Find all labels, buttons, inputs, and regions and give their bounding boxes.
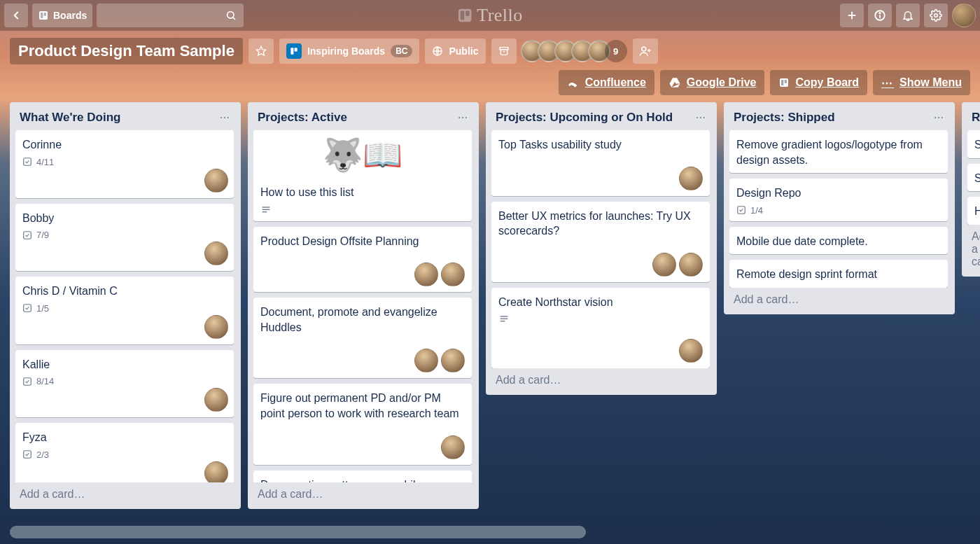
card-member-avatar[interactable] [204,242,228,265]
card-member-avatar[interactable] [679,167,703,190]
card-title: How to use this list [260,185,465,200]
card[interactable]: Documenting patterns on mobile [253,470,472,482]
card[interactable]: Corinne4/11 [15,130,234,198]
list-menu-button[interactable]: ⋯ [696,112,707,123]
horizontal-scrollbar-thumb[interactable] [10,526,586,538]
app-logo[interactable]: Trello [457,5,523,26]
notifications-button[interactable] [896,4,920,27]
powerup-google-drive[interactable]: Google Drive [660,70,765,95]
powerup-confluence[interactable]: Confluence [559,70,654,95]
invite-button[interactable] [633,39,658,64]
card-member-avatar[interactable] [652,253,676,277]
card[interactable]: Top Tasks usability study [491,130,710,196]
card-member-avatar[interactable] [441,263,465,286]
card[interactable]: Fyza2/3 [15,423,234,482]
user-avatar[interactable] [952,4,976,27]
globe-icon [432,46,443,57]
add-card-button[interactable]: Add a card… [491,368,711,389]
star-button[interactable] [248,39,274,64]
card[interactable]: Chris D / Vitamin C1/5 [15,277,234,344]
card-member-avatar[interactable] [204,461,228,482]
card[interactable]: S [967,164,980,192]
list-menu-button[interactable]: ⋯ [934,112,945,123]
checklist-count: 1/5 [36,303,49,314]
team-chip[interactable]: Inspiring Boards BC [279,39,420,64]
app-logo-text: Trello [477,5,523,26]
svg-point-20 [641,47,645,51]
card-badges: 8/14 [22,376,227,386]
show-menu-button[interactable]: ⋯ Show Menu [873,70,970,95]
card-members [260,349,465,372]
add-card-button[interactable]: Add a card… [967,225,980,271]
card[interactable]: Mobile due date complete. [729,227,948,255]
boards-button[interactable]: Boards [32,4,92,27]
description-icon [498,314,510,325]
svg-rect-28 [785,80,787,83]
card[interactable]: Create Northstar vision [491,288,710,369]
card-member-avatar[interactable] [204,315,228,339]
create-button[interactable] [840,4,864,27]
info-button[interactable] [868,4,892,27]
card-badges: 1/5 [22,303,227,314]
visibility-chip[interactable]: Public [425,39,485,64]
card-member-avatar[interactable] [441,435,465,459]
settings-button[interactable] [924,4,948,27]
search-input[interactable] [97,4,244,27]
show-menu-label: Show Menu [899,76,962,89]
card-member-avatar[interactable] [441,349,465,372]
list-menu-button[interactable]: ⋯ [458,112,469,123]
card-title: Chris D / Vitamin C [22,284,227,299]
info-icon [874,9,886,22]
card-members [498,339,703,363]
list-title[interactable]: Projects: Active [258,111,347,125]
card[interactable]: Remote design sprint format [729,260,948,288]
card[interactable]: Product Design Offsite Planning [253,227,472,293]
back-button[interactable] [4,4,28,27]
card[interactable]: Design Repo1/4 [729,179,948,221]
arrow-left-icon [10,9,22,22]
card-member-avatar[interactable] [414,263,438,286]
card-title: Remove gradient logos/logotype from desi… [736,137,941,167]
card-member-avatar[interactable] [204,169,228,193]
add-card-button[interactable]: Add a card… [15,482,235,503]
card[interactable]: 🐺📖How to use this list [253,130,472,221]
list-title[interactable]: What We're Doing [20,111,120,125]
card-members [260,435,465,459]
card[interactable]: H [967,197,980,225]
card-badges: 7/9 [22,230,227,240]
card[interactable]: Kallie8/14 [15,350,234,418]
list-menu-button[interactable]: ⋯ [220,112,231,123]
list-title[interactable]: R [972,111,980,125]
card[interactable]: S [967,130,980,158]
svg-rect-16 [294,48,297,51]
card-title: Better UX metrics for launches: Try UX s… [498,209,703,239]
board-members[interactable]: 9 [522,40,627,62]
card-member-avatar[interactable] [679,339,703,363]
list-header: Projects: Active⋯ [253,108,473,130]
member-overflow-count[interactable]: 9 [605,40,627,62]
horizontal-scrollbar[interactable] [10,526,970,538]
card-member-avatar[interactable] [414,349,438,372]
svg-point-3 [227,12,234,18]
copy-board-button[interactable]: Copy Board [770,70,867,95]
card[interactable]: Document, promote and evangelize Huddles [253,298,472,378]
board-canvas[interactable]: What We're Doing⋯Corinne4/11Bobby7/9Chri… [0,98,980,544]
add-card-button[interactable]: Add a card… [253,482,473,503]
list: Projects: Active⋯🐺📖How to use this listP… [248,102,479,509]
archive-button[interactable] [491,39,517,64]
card-title: S [974,137,976,153]
card-member-avatar[interactable] [204,388,228,412]
card-member-avatar[interactable] [679,253,703,277]
list-title[interactable]: Projects: Upcoming or On Hold [496,111,673,125]
list: What We're Doing⋯Corinne4/11Bobby7/9Chri… [10,102,241,509]
copy-board-label: Copy Board [795,76,859,89]
add-card-button[interactable]: Add a card… [729,288,949,309]
card[interactable]: Remove gradient logos/logotype from desi… [729,130,948,173]
card[interactable]: Better UX metrics for launches: Try UX s… [491,202,710,282]
card[interactable]: Bobby7/9 [15,204,234,272]
checklist-icon [22,377,32,386]
svg-rect-2 [44,13,46,16]
list-title[interactable]: Projects: Shipped [734,111,835,125]
board-title[interactable]: Product Design Team Sample [10,38,243,64]
card[interactable]: Figure out permanent PD and/or PM point … [253,384,472,464]
